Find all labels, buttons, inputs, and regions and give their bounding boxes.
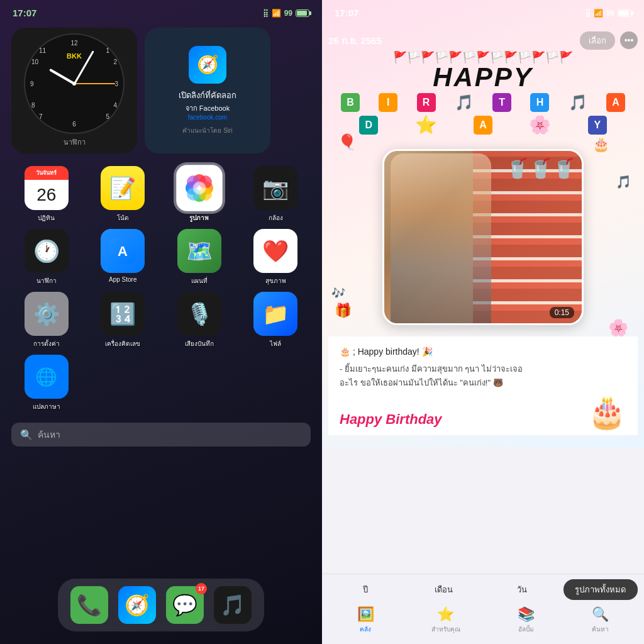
search-placeholder: ค้นหา: [38, 428, 60, 441]
camera-label: กล้อง: [269, 213, 283, 223]
filter-tab-year[interactable]: ปี: [328, 579, 403, 600]
calendar-icon: วันจันทร์ 26: [25, 166, 69, 210]
translate-label: แปลภาษา: [33, 402, 60, 411]
clock-widget-label: นาฬิกา: [64, 136, 86, 148]
clock-num-11: 11: [39, 47, 46, 54]
health-icon: ❤️: [253, 229, 297, 273]
calendar-label: ปฏิทิน: [38, 213, 55, 223]
app-item-settings[interactable]: ⚙️ การตั้งค่า: [11, 292, 82, 348]
letter-I: I: [379, 93, 397, 112]
letter-B: B: [341, 93, 360, 112]
appstore-svg: A: [109, 238, 136, 264]
app-item-calendar[interactable]: วันจันทร์ 26 ปฏิทิน: [11, 166, 82, 223]
app-item-camera[interactable]: 📷 กล้อง: [241, 166, 311, 223]
right-time: 17:07: [335, 8, 358, 18]
app-item-appstore[interactable]: A App Store: [88, 229, 158, 286]
caption-main: 🎂 ; Happy birthday! 🎉: [340, 345, 626, 358]
clock-num-1: 1: [106, 47, 109, 54]
battery-icon-right: [618, 9, 631, 17]
clock-num-7: 7: [39, 113, 43, 120]
cal-day: วันจันทร์: [25, 166, 69, 180]
files-label: ไฟล์: [270, 339, 281, 348]
search-label: ค้นหา: [592, 625, 609, 634]
wifi-icon-right: 📶: [594, 9, 603, 18]
filter-tab-month[interactable]: เดือน: [407, 579, 482, 600]
photos-flower-svg: [183, 172, 216, 205]
music-icon: 🎵: [220, 593, 245, 617]
messages-badge: 17: [196, 583, 207, 594]
battery-icon-left: [296, 9, 309, 17]
svg-text:A: A: [118, 243, 128, 259]
dock-messages[interactable]: 💬 17: [166, 586, 204, 624]
app-item-health[interactable]: ❤️ สุขภาพ: [241, 229, 311, 286]
app-item-voicememos[interactable]: 🎙️ เสียงบันทึก: [164, 292, 235, 348]
appstore-label: App Store: [109, 276, 136, 283]
photo-content: 26 ก.ย. 2565 เลือก ••• 🚩🏳️🚩🏳️🚩🏳️🚩🏳️🚩🏳️🚩🏳…: [322, 0, 644, 574]
cake-big-emoji: 🎂: [587, 396, 626, 428]
letter-T: T: [492, 93, 511, 112]
photo-bg: 🥤🥤🥤: [384, 151, 582, 323]
dock-safari[interactable]: 🧭: [118, 586, 156, 624]
clock-center-dot: [72, 82, 76, 86]
dock: 📞 🧭 💬 17 🎵: [58, 579, 264, 631]
clock-num-5: 5: [106, 113, 109, 120]
photos-bottom-bar: ปี เดือน วัน รูปภาพทั้งหมด 🖼️ คลัง ⭐ สำห…: [322, 574, 644, 644]
app-item-maps[interactable]: 🗺️ แผนที่: [164, 229, 235, 286]
happy-bday-script: Happy Birthday: [340, 411, 442, 428]
widgets-row: BKK 12 3 6 9 1 11 2 10 5 7 4 8 นาฬิกา: [0, 21, 322, 160]
dock-music[interactable]: 🎵: [214, 586, 252, 624]
letter-Y: Y: [588, 116, 607, 135]
nav-tab-foryou[interactable]: ⭐ สำหรับคุณ: [431, 606, 460, 634]
app-item-files[interactable]: 📁 ไฟล์: [241, 292, 311, 348]
app-item-clock[interactable]: 🕐 นาฬิกา: [11, 229, 82, 286]
caption-body: - ยิ้มเยาะๆนะคนเก่ง มีความสุขมาก ๆนา ไม่…: [340, 362, 626, 390]
nav-tab-search[interactable]: 🔍 ค้นหา: [592, 606, 609, 634]
second-hand: [74, 83, 115, 84]
letter-R: R: [417, 93, 436, 112]
star-balloon: ⭐: [415, 114, 437, 135]
right-status-icons: ⣿ 📶 99: [585, 9, 631, 18]
clock-widget[interactable]: BKK 12 3 6 9 1 11 2 10 5 7 4 8 นาฬิกา: [11, 28, 137, 153]
voicememos-icon: 🎙️: [177, 292, 221, 336]
nav-tab-albums[interactable]: 📚 อัลบั้ม: [518, 606, 535, 634]
search-bar[interactable]: 🔍 ค้นหา: [11, 423, 311, 447]
filter-tab-all[interactable]: รูปภาพทั้งหมด: [564, 579, 638, 600]
birthday-letters-row: B I R 🎵 T H 🎵 A D ⭐ A 🌸 Y: [328, 91, 638, 138]
library-icon: 🖼️: [357, 606, 374, 623]
more-button[interactable]: •••: [620, 31, 638, 49]
app-item-notes[interactable]: 📝 โน้ต: [88, 166, 158, 223]
nav-tab-library[interactable]: 🖼️ คลัง: [357, 606, 374, 634]
app-item-translate[interactable]: 🌐 แปลภาษา: [11, 355, 82, 411]
sticker-cake: 🎂: [592, 136, 609, 153]
birthday-card-area: 26 ก.ย. 2565 เลือก ••• 🚩🏳️🚩🏳️🚩🏳️🚩🏳️🚩🏳️🚩🏳…: [322, 0, 644, 448]
battery-pct-right: 99: [606, 9, 614, 18]
happy-text: HAPPY: [433, 64, 533, 91]
timer-badge: 0:15: [550, 307, 574, 318]
safari-siri-widget[interactable]: 🧭 เปิดลิงก์ที่คัดลอก จาก Facebook facebo…: [145, 28, 270, 153]
left-phone-panel: 17:07 ⣿ 📶 99 BKK 12 3 6 9 1 11 2: [0, 0, 322, 644]
left-time: 17:07: [13, 8, 36, 18]
clock-app-icon: 🕐: [25, 229, 69, 273]
dock-phone[interactable]: 📞: [70, 586, 108, 624]
battery-pct-left: 99: [284, 9, 292, 18]
app-item-photos[interactable]: รูปภาพ: [164, 166, 235, 223]
caption-bottom: Happy Birthday 🎂: [340, 396, 626, 428]
messages-icon: 💬: [172, 593, 197, 617]
filter-tab-day[interactable]: วัน: [485, 579, 560, 600]
right-phone-panel: 17:07 ⣿ 📶 99 26 ก.ย. 2565 เลือก •••: [322, 0, 644, 644]
notes-emoji: 📝: [109, 175, 136, 201]
photos-icon: [176, 165, 223, 211]
safari-widget-title: เปิดลิงก์ที่คัดลอก: [179, 90, 236, 101]
music-note-1: 🎵: [455, 94, 474, 111]
app-item-calculator[interactable]: 🔢 เครื่องคิดเลข: [88, 292, 158, 348]
calculator-icon: 🔢: [101, 292, 145, 336]
albums-icon: 📚: [518, 606, 535, 623]
calculator-label: เครื่องคิดเลข: [105, 339, 140, 348]
search-icon-nav: 🔍: [592, 606, 609, 623]
nav-tabs: 🖼️ คลัง ⭐ สำหรับคุณ 📚 อัลบั้ม 🔍 ค้นหา: [322, 602, 644, 644]
sticker-balloon: 🎈: [338, 133, 357, 151]
letter-D: D: [359, 116, 378, 135]
wifi-icon: 📶: [272, 9, 281, 18]
app-grid: วันจันทร์ 26 ปฏิทิน 📝 โน้ต: [0, 160, 322, 355]
select-button[interactable]: เลือก: [580, 31, 615, 50]
